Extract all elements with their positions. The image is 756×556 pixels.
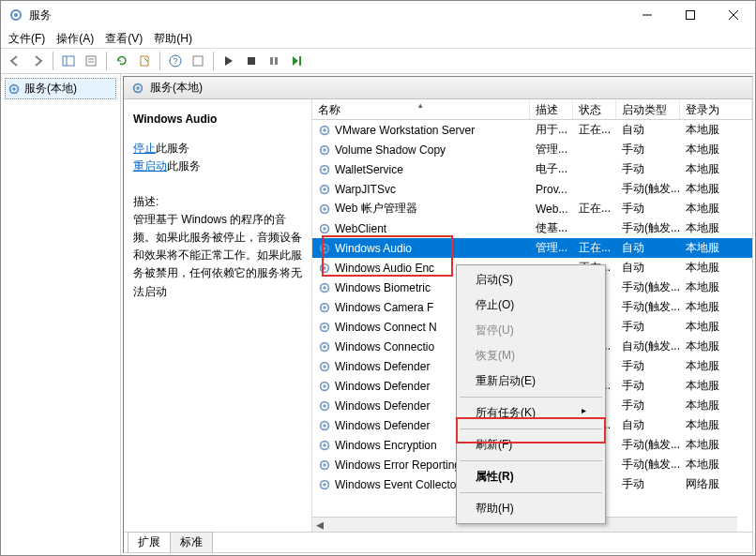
context-help[interactable]: 帮助(H) bbox=[459, 496, 603, 521]
toolbar-button[interactable] bbox=[188, 51, 208, 71]
context-menu: 启动(S) 停止(O) 暂停(U) 恢复(M) 重新启动(E) 所有任务(K) … bbox=[456, 264, 606, 524]
context-restart[interactable]: 重新启动(E) bbox=[459, 368, 603, 394]
pause-service-button[interactable] bbox=[264, 51, 284, 71]
back-button[interactable] bbox=[5, 51, 25, 71]
column-header-startup[interactable]: 启动类型 bbox=[616, 99, 680, 119]
svg-point-58 bbox=[323, 463, 326, 467]
service-startup-cell: 手动(触发... bbox=[616, 181, 680, 197]
table-row[interactable]: WebClient使基...手动(触发...本地服 bbox=[312, 218, 752, 238]
gear-icon bbox=[318, 222, 331, 235]
context-resume[interactable]: 恢复(M) bbox=[459, 343, 603, 368]
scroll-left-icon[interactable]: ◂ bbox=[312, 516, 327, 532]
table-row[interactable]: WalletService电子...手动本地服 bbox=[312, 159, 752, 179]
tab-extended[interactable]: 扩展 bbox=[128, 532, 171, 552]
svg-rect-14 bbox=[193, 56, 203, 66]
minimize-button[interactable] bbox=[626, 1, 669, 29]
description-text: 管理基于 Windows 的程序的音频。如果此服务被停止，音频设备和效果将不能正… bbox=[133, 211, 302, 301]
close-button[interactable] bbox=[712, 1, 755, 29]
service-logon-cell: 本地服 bbox=[680, 220, 752, 236]
context-start[interactable]: 启动(S) bbox=[459, 267, 603, 293]
service-status-cell: 正在... bbox=[573, 201, 616, 217]
context-pause[interactable]: 暂停(U) bbox=[459, 318, 603, 343]
service-name-cell: Web 帐户管理器 bbox=[335, 201, 417, 217]
service-name-cell: Windows Encryption bbox=[335, 439, 437, 452]
service-startup-cell: 自动 bbox=[616, 240, 680, 256]
stop-service-button[interactable] bbox=[241, 51, 262, 71]
properties-button[interactable] bbox=[81, 51, 101, 71]
refresh-button[interactable] bbox=[112, 51, 132, 71]
service-startup-cell: 手动 bbox=[616, 161, 680, 177]
service-name-cell: Volume Shadow Copy bbox=[335, 143, 446, 157]
svg-point-42 bbox=[323, 306, 326, 309]
export-button[interactable] bbox=[134, 51, 155, 71]
content-area: Windows Audio 停止此服务 重启动此服务 描述: 管理基于 Wind… bbox=[124, 99, 752, 532]
column-header-description[interactable]: 描述 bbox=[530, 99, 573, 119]
gear-icon bbox=[318, 478, 331, 491]
service-startup-cell: 手动(触发... bbox=[616, 437, 680, 453]
toolbar-separator bbox=[159, 52, 160, 70]
context-refresh[interactable]: 刷新(F) bbox=[459, 432, 603, 458]
service-desc-cell: Web... bbox=[530, 203, 573, 216]
table-row[interactable]: Volume Shadow Copy管理...手动本地服 bbox=[312, 140, 752, 159]
menu-view[interactable]: 查看(V) bbox=[105, 31, 143, 47]
service-startup-cell: 手动(触发... bbox=[616, 279, 680, 295]
sort-indicator-icon: ▴ bbox=[418, 100, 423, 110]
svg-rect-6 bbox=[63, 56, 74, 66]
svg-text:?: ? bbox=[173, 56, 177, 66]
table-row[interactable]: VMware Workstation Server用于...正在...自动本地服 bbox=[312, 120, 752, 140]
service-logon-cell: 网络服 bbox=[680, 476, 752, 492]
service-name-cell: Windows Audio Enc bbox=[335, 262, 434, 275]
svg-rect-3 bbox=[687, 11, 695, 20]
service-logon-cell: 本地服 bbox=[680, 122, 752, 138]
gear-icon bbox=[318, 124, 331, 137]
service-logon-cell: 本地服 bbox=[680, 457, 752, 473]
svg-point-56 bbox=[323, 443, 326, 447]
service-logon-cell: 本地服 bbox=[680, 417, 752, 433]
services-icon bbox=[8, 8, 23, 23]
svg-point-38 bbox=[323, 266, 326, 270]
gear-icon bbox=[318, 163, 331, 176]
service-startup-cell: 手动 bbox=[616, 142, 680, 158]
start-service-button[interactable] bbox=[219, 51, 239, 71]
svg-point-34 bbox=[323, 227, 326, 231]
service-startup-cell: 手动 bbox=[616, 378, 680, 394]
show-hide-tree-button[interactable] bbox=[58, 51, 79, 71]
svg-rect-8 bbox=[86, 56, 96, 66]
right-pane: 服务(本地) Windows Audio 停止此服务 重启动此服务 描述: 管理… bbox=[123, 76, 753, 553]
table-row[interactable]: Windows Audio管理...正在...自动本地服 bbox=[312, 238, 752, 258]
context-stop[interactable]: 停止(O) bbox=[459, 293, 603, 318]
restart-service-link[interactable]: 重启动 bbox=[133, 159, 167, 173]
service-logon-cell: 本地服 bbox=[680, 260, 752, 276]
column-header-status[interactable]: 状态 bbox=[573, 99, 616, 119]
service-logon-cell: 本地服 bbox=[680, 398, 752, 413]
menu-action[interactable]: 操作(A) bbox=[56, 31, 94, 47]
service-startup-cell: 手动 bbox=[616, 201, 680, 217]
restart-service-button[interactable] bbox=[286, 51, 307, 71]
right-pane-header: 服务(本地) bbox=[124, 77, 752, 99]
tab-standard[interactable]: 标准 bbox=[170, 532, 213, 552]
svg-point-28 bbox=[323, 168, 326, 172]
table-row[interactable]: WarpJITSvcProv...手动(触发...本地服 bbox=[312, 179, 752, 199]
services-icon bbox=[8, 83, 21, 96]
help-button[interactable]: ? bbox=[165, 51, 186, 71]
column-header-name[interactable]: 名称▴ bbox=[312, 99, 530, 119]
tree-item-label: 服务(本地) bbox=[24, 81, 77, 97]
context-properties[interactable]: 属性(R) bbox=[459, 464, 603, 489]
selected-service-name: Windows Audio bbox=[133, 111, 302, 128]
service-name-cell: VMware Workstation Server bbox=[335, 124, 475, 137]
svg-point-32 bbox=[323, 207, 326, 211]
detail-panel: Windows Audio 停止此服务 重启动此服务 描述: 管理基于 Wind… bbox=[124, 99, 311, 532]
service-logon-cell: 本地服 bbox=[680, 358, 752, 374]
forward-button[interactable] bbox=[27, 51, 48, 71]
service-name-cell: Windows Defender bbox=[335, 399, 430, 413]
context-all-tasks[interactable]: 所有任务(K) bbox=[459, 400, 603, 426]
menu-help[interactable]: 帮助(H) bbox=[154, 31, 192, 47]
maximize-button[interactable] bbox=[669, 1, 712, 29]
menu-file[interactable]: 文件(F) bbox=[8, 31, 45, 47]
gear-icon bbox=[318, 360, 331, 373]
svg-point-36 bbox=[323, 247, 326, 250]
table-row[interactable]: Web 帐户管理器Web...正在...手动本地服 bbox=[312, 199, 752, 218]
stop-service-link[interactable]: 停止 bbox=[133, 142, 156, 155]
column-header-logon[interactable]: 登录为 bbox=[680, 99, 752, 119]
tree-item-services-local[interactable]: 服务(本地) bbox=[5, 78, 116, 99]
